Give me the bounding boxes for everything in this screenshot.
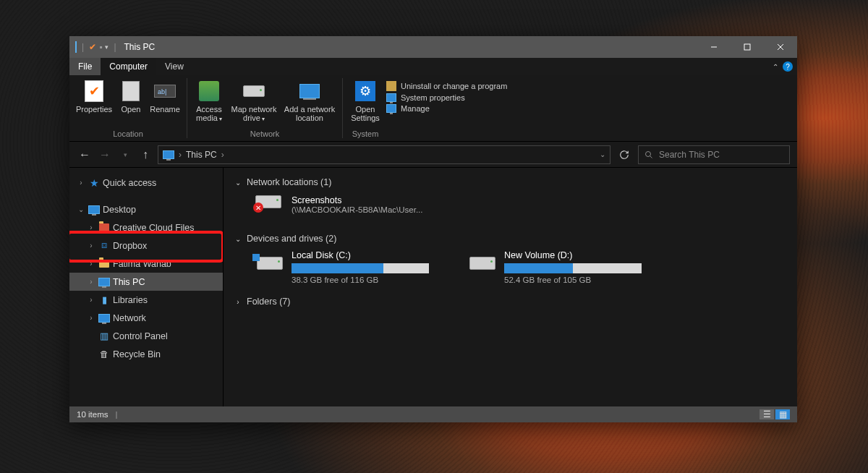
section-title: Devices and drives (2) xyxy=(247,234,336,244)
tree-desktop[interactable]: ⌄ Desktop xyxy=(69,200,223,218)
section-title: Network locations (1) xyxy=(247,177,331,187)
section-title: Folders (7) xyxy=(247,297,290,307)
maximize-button[interactable] xyxy=(731,36,764,58)
ribbon-group-location: ✔ Properties Open ab| Rename Location xyxy=(69,75,187,141)
chevron-right-icon[interactable]: › xyxy=(87,242,95,250)
tree-item-label: Dropbox xyxy=(113,241,147,251)
ribbon-group-network: Access media▾ Map network drive▾ Add a n… xyxy=(187,75,342,141)
open-settings-button[interactable]: ⚙ Open Settings xyxy=(347,78,383,122)
tree-item-label: Creative Cloud Files xyxy=(113,223,195,233)
user-folder-icon xyxy=(98,258,110,270)
search-placeholder: Search This PC xyxy=(659,150,720,160)
forward-button[interactable]: → xyxy=(97,147,113,163)
tab-view[interactable]: View xyxy=(156,58,192,75)
breadcrumb-this-pc[interactable]: This PC xyxy=(186,150,224,160)
tab-computer[interactable]: Computer xyxy=(101,58,156,75)
this-pc-icon xyxy=(98,276,110,288)
chevron-right-icon[interactable]: › xyxy=(87,223,95,232)
ribbon-group-location-label: Location xyxy=(113,129,143,140)
chevron-right-icon[interactable]: › xyxy=(87,296,95,304)
quick-access-toolbar: | ✔ ▪ ▾ | xyxy=(69,42,119,52)
chevron-right-icon[interactable]: › xyxy=(77,179,85,187)
back-button[interactable]: ← xyxy=(77,147,93,163)
file-menu[interactable]: File xyxy=(69,58,101,75)
chevron-down-icon[interactable]: ⌄ xyxy=(77,205,85,214)
minimize-button[interactable] xyxy=(697,36,731,58)
add-network-location-button[interactable]: Add a network location xyxy=(281,78,338,122)
recent-locations-button[interactable]: ▾ xyxy=(117,147,133,163)
tree-item-dropbox[interactable]: › ⧈ Dropbox xyxy=(69,236,223,255)
tree-item-control-panel[interactable]: › ▥ Control Panel xyxy=(69,327,223,345)
tree-item-network[interactable]: › Network xyxy=(69,309,223,327)
chevron-down-icon[interactable]: ⌄ xyxy=(234,234,242,243)
details-view-button[interactable]: ☰ xyxy=(760,409,774,419)
close-button[interactable] xyxy=(764,36,797,58)
properties-label: Properties xyxy=(76,105,112,114)
search-icon xyxy=(644,150,653,159)
rename-label: Rename xyxy=(150,105,180,114)
computer-qat-icon[interactable]: ▪ xyxy=(99,42,102,52)
section-folders[interactable]: › Folders (7) xyxy=(234,291,787,312)
open-button[interactable]: Open xyxy=(116,78,146,114)
up-button[interactable]: ↑ xyxy=(137,147,153,163)
open-label: Open xyxy=(122,105,141,114)
tree-item-recycle-bin[interactable]: › 🗑 Recycle Bin xyxy=(69,345,223,363)
tree-item-user-folder[interactable]: › Fatima Wahab xyxy=(69,255,223,273)
navigation-bar: ← → ▾ ↑ › This PC ⌄ Search This PC xyxy=(69,142,797,168)
access-media-button[interactable]: Access media▾ xyxy=(192,78,226,124)
network-icon xyxy=(98,312,110,324)
ribbon: ✔ Properties Open ab| Rename Location xyxy=(69,75,797,142)
chevron-down-icon[interactable]: ⌄ xyxy=(234,178,242,187)
drive-c[interactable]: Local Disk (C:) 38.3 GB free of 116 GB xyxy=(255,250,443,284)
section-devices-drives[interactable]: ⌄ Devices and drives (2) xyxy=(234,229,787,249)
refresh-button[interactable] xyxy=(615,145,634,164)
tree-quick-access[interactable]: › ★ Quick access xyxy=(69,174,223,192)
network-location-path: (\\MACBOOKAIR-5B8A\Mac\User... xyxy=(292,205,422,214)
ribbon-group-network-label: Network xyxy=(250,129,279,140)
tree-item-label: Libraries xyxy=(113,295,148,305)
address-dropdown-icon[interactable]: ⌄ xyxy=(600,150,605,158)
map-network-drive-button[interactable]: Map network drive▾ xyxy=(228,78,280,124)
properties-qat-icon[interactable]: ✔ xyxy=(89,42,96,52)
tree-item-label: This PC xyxy=(113,277,145,287)
dropbox-icon: ⧈ xyxy=(98,240,110,252)
chevron-right-icon[interactable]: › xyxy=(234,297,242,306)
properties-button[interactable]: ✔ Properties xyxy=(74,78,114,114)
window-title: This PC xyxy=(119,42,156,52)
search-box[interactable]: Search This PC xyxy=(638,145,790,164)
tree-item-label: Recycle Bin xyxy=(113,349,161,359)
chevron-right-icon[interactable]: › xyxy=(87,278,95,286)
chevron-right-icon[interactable]: › xyxy=(87,314,95,323)
section-network-locations[interactable]: ⌄ Network locations (1) xyxy=(234,172,787,192)
tree-item-libraries[interactable]: › ▮ Libraries xyxy=(69,291,223,309)
chevron-right-icon[interactable]: › xyxy=(87,260,95,268)
uninstall-program-link[interactable]: Uninstall or change a program xyxy=(386,81,507,91)
system-properties-link[interactable]: System properties xyxy=(386,93,507,102)
title-bar[interactable]: | ✔ ▪ ▾ | This PC xyxy=(69,36,797,58)
manage-link[interactable]: Manage xyxy=(386,104,507,113)
collapse-ribbon-icon[interactable]: ⌃ xyxy=(773,63,778,71)
address-bar[interactable]: › This PC ⌄ xyxy=(158,145,610,164)
tree-item-label: Control Panel xyxy=(113,331,168,341)
svg-point-4 xyxy=(646,151,651,156)
content-area[interactable]: ⌄ Network locations (1) ✕ Screenshots (\… xyxy=(224,168,797,406)
network-drive-icon: ✕ xyxy=(255,195,284,221)
navigation-pane[interactable]: › ★ Quick access ⌄ Desktop › Creative Cl… xyxy=(69,168,224,406)
tree-item-creative-cloud[interactable]: › Creative Cloud Files xyxy=(69,218,223,236)
status-item-count: 10 items xyxy=(77,410,108,419)
drive-d[interactable]: New Volume (D:) 52.4 GB free of 105 GB xyxy=(468,250,656,284)
drive-name: Local Disk (C:) xyxy=(292,250,429,260)
access-media-label: Access media▾ xyxy=(192,105,226,124)
tree-quick-access-label: Quick access xyxy=(103,178,156,188)
large-icons-view-button[interactable]: ▦ xyxy=(775,409,790,419)
svg-line-5 xyxy=(650,155,652,158)
map-drive-label: Map network drive▾ xyxy=(228,105,280,124)
rename-button[interactable]: ab| Rename xyxy=(148,78,182,114)
tree-desktop-label: Desktop xyxy=(103,205,136,215)
tree-item-this-pc[interactable]: › This PC xyxy=(69,273,223,291)
sys-props-icon xyxy=(386,93,396,102)
network-location-item[interactable]: ✕ Screenshots (\\MACBOOKAIR-5B8A\Mac\Use… xyxy=(234,192,787,229)
drive-usage-bar xyxy=(504,263,642,273)
app-icon xyxy=(75,42,77,52)
help-icon[interactable]: ? xyxy=(783,61,793,72)
